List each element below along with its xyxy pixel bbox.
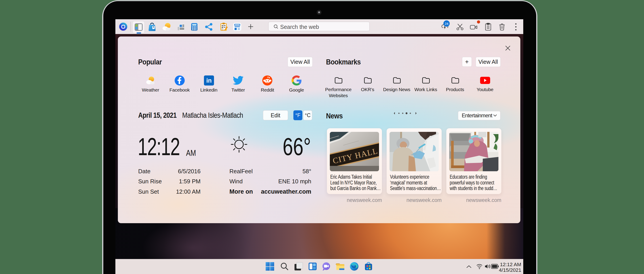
svg-text:24: 24: [445, 22, 448, 26]
svg-text:in: in: [206, 77, 212, 84]
